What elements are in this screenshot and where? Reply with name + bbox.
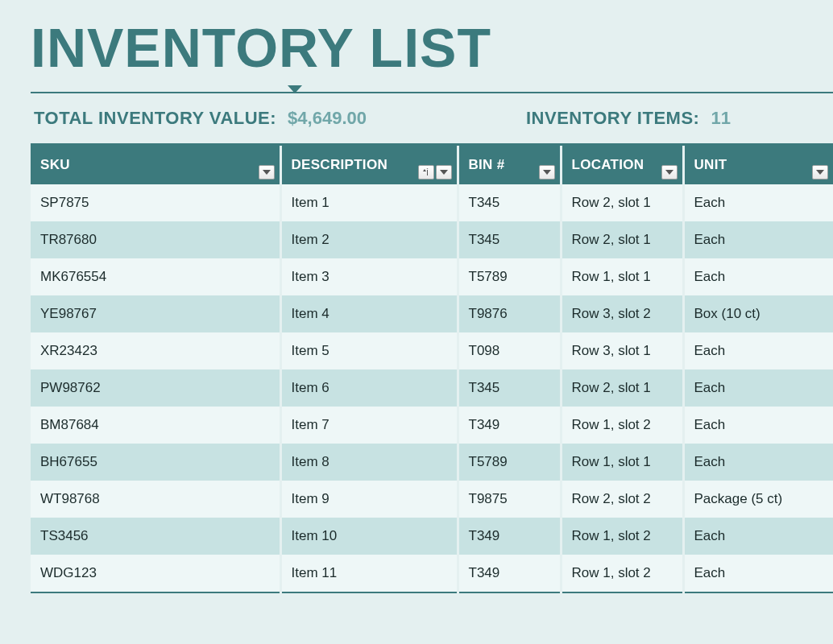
cell-bin[interactable]: T345 — [458, 221, 561, 258]
cell-description[interactable]: Item 1 — [280, 184, 458, 221]
cell-bin[interactable]: T9876 — [458, 295, 561, 332]
svg-marker-0 — [263, 170, 271, 175]
summary-bar: TOTAL INVENTORY VALUE: $4,649.00 INVENTO… — [31, 105, 833, 143]
inventory-items-value: 11 — [711, 108, 730, 129]
filter-button-sku[interactable] — [259, 165, 275, 180]
col-header-bin: BIN # — [458, 146, 561, 184]
table-row: BH67655Item 8T5789Row 1, slot 1Each — [31, 444, 833, 481]
svg-marker-7 — [665, 170, 673, 175]
cell-sku[interactable]: TS3456 — [31, 518, 280, 555]
table-row: TS3456Item 10T349Row 1, slot 2Each — [31, 518, 833, 555]
svg-marker-6 — [543, 170, 551, 175]
cell-bin[interactable]: T345 — [458, 369, 561, 407]
col-header-label: SKU — [40, 157, 70, 172]
cell-bin[interactable]: T5789 — [458, 444, 561, 481]
cell-sku[interactable]: BM87684 — [31, 407, 280, 444]
cell-location[interactable]: Row 1, slot 1 — [561, 258, 683, 295]
cell-bin[interactable]: T349 — [458, 555, 561, 592]
sort-button-description[interactable] — [418, 165, 434, 180]
cell-description[interactable]: Item 11 — [280, 555, 458, 592]
cell-location[interactable]: Row 1, slot 2 — [561, 518, 683, 555]
cell-unit[interactable]: Each — [683, 369, 833, 407]
table-header-row: SKU DESCRIPTION — [31, 146, 833, 184]
cell-unit[interactable]: Each — [683, 444, 833, 481]
table-row: WT98768Item 9T9875Row 2, slot 2Package (… — [31, 481, 833, 518]
cell-sku[interactable]: TR87680 — [31, 221, 280, 258]
cell-location[interactable]: Row 2, slot 1 — [561, 221, 683, 258]
cell-sku[interactable]: SP7875 — [31, 184, 280, 221]
cell-description[interactable]: Item 10 — [280, 518, 458, 555]
sort-asc-icon — [421, 168, 431, 176]
cell-sku[interactable]: WT98768 — [31, 481, 280, 518]
cell-description[interactable]: Item 4 — [280, 295, 458, 332]
cell-location[interactable]: Row 1, slot 2 — [561, 407, 683, 444]
col-header-label: LOCATION — [572, 157, 644, 172]
cell-sku[interactable]: YE98767 — [31, 295, 280, 332]
cell-unit[interactable]: Each — [683, 518, 833, 555]
cell-bin[interactable]: T349 — [458, 518, 561, 555]
cell-description[interactable]: Item 6 — [280, 369, 458, 407]
cell-sku[interactable]: MK676554 — [31, 258, 280, 295]
cell-bin[interactable]: T349 — [458, 407, 561, 444]
filter-button-description[interactable] — [436, 165, 452, 180]
cell-unit[interactable]: Each — [683, 221, 833, 258]
total-inventory-value: $4,649.00 — [288, 108, 367, 129]
table-row: TR87680Item 2T345Row 2, slot 1Each — [31, 221, 833, 258]
cell-unit[interactable]: Each — [683, 407, 833, 444]
cell-location[interactable]: Row 2, slot 1 — [561, 369, 683, 407]
table-row: SP7875Item 1T345Row 2, slot 1Each — [31, 184, 833, 221]
svg-rect-2 — [427, 170, 428, 175]
chevron-down-icon — [263, 169, 271, 175]
cell-location[interactable]: Row 2, slot 1 — [561, 184, 683, 221]
svg-marker-1 — [423, 169, 426, 171]
cell-description[interactable]: Item 5 — [280, 332, 458, 369]
cell-unit[interactable]: Package (5 ct) — [683, 481, 833, 518]
table-row: YE98767Item 4T9876Row 3, slot 2Box (10 c… — [31, 295, 833, 332]
chevron-down-icon — [816, 169, 824, 175]
cell-bin[interactable]: T345 — [458, 184, 561, 221]
col-header-label: BIN # — [469, 157, 505, 172]
col-header-unit: UNIT — [683, 146, 833, 184]
cell-sku[interactable]: PW98762 — [31, 369, 280, 407]
cell-bin[interactable]: T5789 — [458, 258, 561, 295]
filter-button-location[interactable] — [661, 165, 678, 180]
chevron-down-icon — [543, 169, 551, 175]
cell-location[interactable]: Row 1, slot 1 — [561, 444, 683, 481]
table-row: WDG123Item 11T349Row 1, slot 2Each — [31, 555, 833, 592]
cell-bin[interactable]: T098 — [458, 332, 561, 369]
filter-button-bin[interactable] — [539, 165, 555, 180]
col-header-location: LOCATION — [561, 146, 683, 184]
cell-sku[interactable]: WDG123 — [31, 555, 280, 592]
chevron-down-icon — [665, 169, 673, 175]
cell-description[interactable]: Item 9 — [280, 481, 458, 518]
chevron-down-icon — [440, 169, 448, 175]
cell-unit[interactable]: Each — [683, 332, 833, 369]
col-header-description: DESCRIPTION — [280, 146, 458, 184]
cell-description[interactable]: Item 2 — [280, 221, 458, 258]
cell-location[interactable]: Row 3, slot 1 — [561, 332, 683, 369]
filter-button-unit[interactable] — [812, 165, 828, 180]
cell-description[interactable]: Item 7 — [280, 407, 458, 444]
cell-description[interactable]: Item 8 — [280, 444, 458, 481]
col-header-sku: SKU — [31, 146, 280, 184]
page-title: INVENTORY LIST — [31, 16, 833, 79]
cell-unit[interactable]: Each — [683, 555, 833, 592]
col-header-label: UNIT — [694, 157, 727, 172]
cell-location[interactable]: Row 2, slot 2 — [561, 481, 683, 518]
svg-marker-8 — [816, 170, 824, 175]
cell-unit[interactable]: Each — [683, 184, 833, 221]
cell-description[interactable]: Item 3 — [280, 258, 458, 295]
table-row: BM87684Item 7T349Row 1, slot 2Each — [31, 407, 833, 444]
svg-marker-5 — [440, 170, 448, 175]
col-header-label: DESCRIPTION — [292, 157, 387, 172]
cell-sku[interactable]: XR23423 — [31, 332, 280, 369]
total-inventory-label: TOTAL INVENTORY VALUE: — [34, 108, 276, 129]
inventory-table: SKU DESCRIPTION — [31, 143, 833, 593]
cell-location[interactable]: Row 1, slot 2 — [561, 555, 683, 592]
cell-location[interactable]: Row 3, slot 2 — [561, 295, 683, 332]
cell-sku[interactable]: BH67655 — [31, 444, 280, 481]
table-row: XR23423Item 5T098Row 3, slot 1Each — [31, 332, 833, 369]
cell-unit[interactable]: Box (10 ct) — [683, 295, 833, 332]
cell-unit[interactable]: Each — [683, 258, 833, 295]
cell-bin[interactable]: T9875 — [458, 481, 561, 518]
